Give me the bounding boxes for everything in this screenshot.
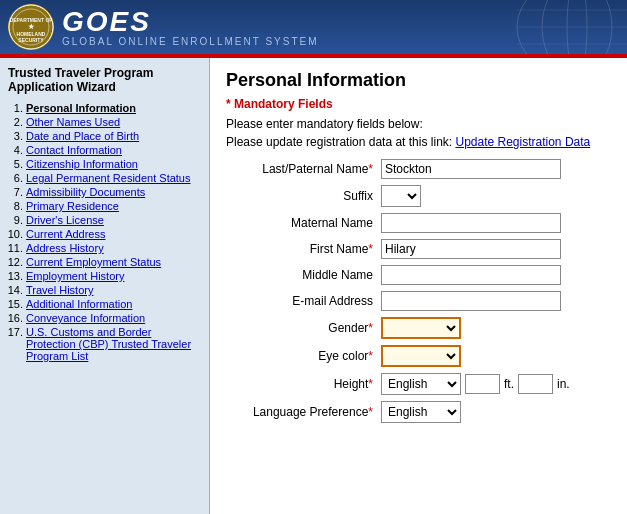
sidebar-item-employment-status[interactable]: Current Employment Status <box>26 256 201 268</box>
first-name-input[interactable] <box>381 239 561 259</box>
sidebar-item-additional-info[interactable]: Additional Information <box>26 298 201 310</box>
eye-color-select[interactable]: Black Blue Brown Gray Green Hazel <box>381 345 461 367</box>
header-globe-decoration <box>427 0 627 54</box>
height-controls: English Metric ft. in. <box>381 373 570 395</box>
sidebar-title: Trusted Traveler Program Application Wiz… <box>8 66 201 94</box>
header-subtitle: GLOBAL ONLINE ENROLLMENT SYSTEM <box>62 36 319 47</box>
email-input[interactable] <box>381 291 561 311</box>
sidebar-item-primary-residence[interactable]: Primary Residence <box>26 200 201 212</box>
first-name-label: First Name* <box>226 242 381 256</box>
ft-label: ft. <box>504 377 514 391</box>
sidebar-item-admissibility[interactable]: Admissibility Documents <box>26 186 201 198</box>
height-units-select[interactable]: English Metric <box>381 373 461 395</box>
eye-color-label: Eye color* <box>226 349 381 363</box>
height-label: Height* <box>226 377 381 391</box>
eye-color-row: Eye color* Black Blue Brown Gray Green H… <box>226 345 611 367</box>
header-logo: GOES GLOBAL ONLINE ENROLLMENT SYSTEM <box>62 8 319 47</box>
sidebar-item-personal-information[interactable]: Personal Information <box>26 102 201 114</box>
sidebar-nav: Personal Information Other Names Used Da… <box>8 102 201 362</box>
middle-name-label: Middle Name <box>226 268 381 282</box>
email-label: E-mail Address <box>226 294 381 308</box>
form-area: Last/Paternal Name* Suffix Jr. Sr. II II… <box>226 159 611 423</box>
sidebar: Trusted Traveler Program Application Wiz… <box>0 58 210 514</box>
sidebar-item-employment-history[interactable]: Employment History <box>26 270 201 282</box>
sidebar-item-drivers-license[interactable]: Driver's License <box>26 214 201 226</box>
first-name-row: First Name* <box>226 239 611 259</box>
sidebar-item-cbp-list[interactable]: U.S. Customs and Border Protection (CBP)… <box>26 326 201 362</box>
maternal-name-input[interactable] <box>381 213 561 233</box>
language-row: Language Preference* English Spanish Fre… <box>226 401 611 423</box>
in-label: in. <box>557 377 570 391</box>
height-ft-input[interactable] <box>465 374 500 394</box>
update-registration-link[interactable]: Update Registration Data <box>455 135 590 149</box>
svg-text:★: ★ <box>28 23 35 30</box>
sidebar-item-contact-info[interactable]: Contact Information <box>26 144 201 156</box>
sidebar-item-legal-resident[interactable]: Legal Permanent Resident Status <box>26 172 201 184</box>
mandatory-note: * Mandatory Fields <box>226 97 611 111</box>
maternal-name-row: Maternal Name <box>226 213 611 233</box>
last-name-input[interactable] <box>381 159 561 179</box>
middle-name-row: Middle Name <box>226 265 611 285</box>
dhs-seal: DEPARTMENT OF ★ HOMELAND SECURITY <box>8 4 54 50</box>
sidebar-item-address-history[interactable]: Address History <box>26 242 201 254</box>
email-row: E-mail Address <box>226 291 611 311</box>
content-area: Personal Information * Mandatory Fields … <box>210 58 627 514</box>
sidebar-item-citizenship[interactable]: Citizenship Information <box>26 158 201 170</box>
maternal-name-label: Maternal Name <box>226 216 381 230</box>
page-title: Personal Information <box>226 70 611 91</box>
sidebar-item-other-names[interactable]: Other Names Used <box>26 116 201 128</box>
gender-select[interactable]: Male Female <box>381 317 461 339</box>
language-select[interactable]: English Spanish French <box>381 401 461 423</box>
sidebar-item-travel-history[interactable]: Travel History <box>26 284 201 296</box>
suffix-select[interactable]: Jr. Sr. II III <box>381 185 421 207</box>
header: DEPARTMENT OF ★ HOMELAND SECURITY GOES G… <box>0 0 627 54</box>
middle-name-input[interactable] <box>381 265 561 285</box>
last-name-row: Last/Paternal Name* <box>226 159 611 179</box>
last-name-label: Last/Paternal Name* <box>226 162 381 176</box>
instruction1: Please enter mandatory fields below: <box>226 117 611 131</box>
instruction2: Please update registration data at this … <box>226 135 611 149</box>
suffix-label: Suffix <box>226 189 381 203</box>
height-in-input[interactable] <box>518 374 553 394</box>
gender-label: Gender* <box>226 321 381 335</box>
height-row: Height* English Metric ft. in. <box>226 373 611 395</box>
language-label: Language Preference* <box>226 405 381 419</box>
main-layout: Trusted Traveler Program Application Wiz… <box>0 58 627 514</box>
goes-title: GOES <box>62 8 319 36</box>
sidebar-item-current-address[interactable]: Current Address <box>26 228 201 240</box>
gender-row: Gender* Male Female <box>226 317 611 339</box>
sidebar-item-conveyance[interactable]: Conveyance Information <box>26 312 201 324</box>
suffix-row: Suffix Jr. Sr. II III <box>226 185 611 207</box>
sidebar-item-date-place-birth[interactable]: Date and Place of Birth <box>26 130 201 142</box>
svg-text:SECURITY: SECURITY <box>18 37 44 43</box>
